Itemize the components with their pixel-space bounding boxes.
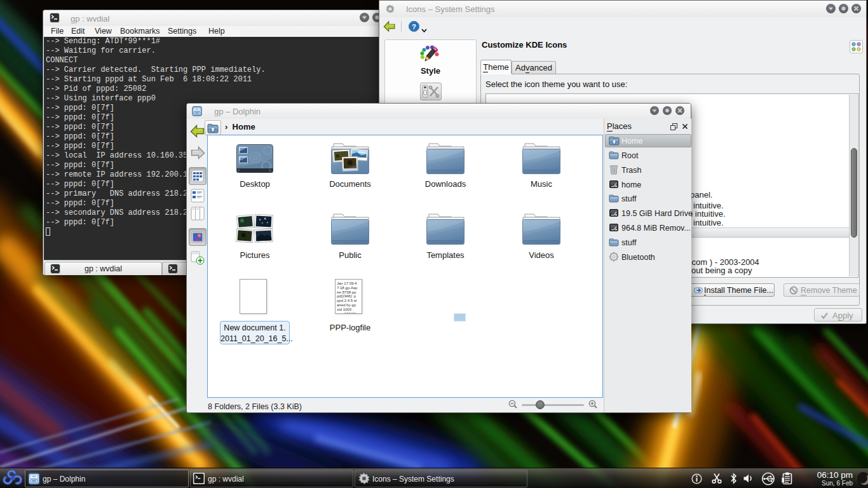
svg-text:?: ? xyxy=(412,23,416,30)
